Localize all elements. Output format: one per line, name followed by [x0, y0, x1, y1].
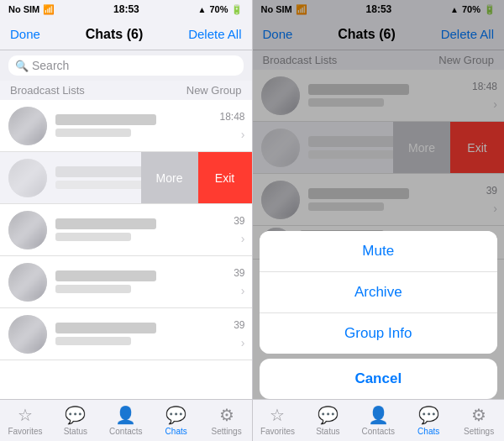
settings-label-left: Settings	[212, 427, 242, 436]
contacts-icon-left: 👤	[115, 405, 136, 425]
chat-preview-2-left	[55, 181, 148, 189]
chats-icon-right: 💬	[418, 405, 439, 425]
tab-favorites-left[interactable]: ☆ Favorites	[0, 400, 50, 441]
chat-name-4-left	[55, 270, 156, 281]
chat-time-3-left: 39	[234, 215, 244, 227]
status-icon-left: 💬	[65, 405, 86, 425]
chat-row-3-left[interactable]: 39 ›	[0, 204, 252, 256]
nav-bar-left: Done Chats (6) Delete All	[0, 18, 252, 50]
chevron-4-left: ›	[241, 284, 245, 297]
chat-preview-5-left	[55, 337, 131, 345]
chat-name-1-left	[55, 114, 156, 125]
avatar-3-left	[8, 211, 47, 249]
action-sheet-inner: Mute Archive Group Info	[260, 231, 498, 354]
location-icon-left: ▲	[198, 5, 207, 14]
status-left: No SIM 📶	[8, 4, 55, 15]
chat-time-4-left: 39	[234, 267, 244, 279]
chat-row-1-left[interactable]: 18:48 ›	[0, 100, 252, 152]
tab-bar-right: ☆ Favorites 💬 Status 👤 Contacts 💬 Chats …	[253, 399, 505, 441]
group-info-action[interactable]: Group Info	[260, 313, 498, 354]
chat-time-5-left: 39	[234, 319, 244, 331]
chats-label-right: Chats	[417, 427, 439, 436]
tab-chats-left[interactable]: 💬 Chats	[151, 400, 202, 441]
favorites-label-right: Favorites	[260, 427, 295, 436]
chat-meta-5-left: 39 ›	[234, 319, 251, 349]
action-sheet: Mute Archive Group Info Cancel	[253, 231, 505, 399]
carrier-left: No SIM	[8, 4, 39, 14]
avatar-1-left	[8, 107, 47, 145]
chat-info-1-left	[55, 114, 219, 137]
chevron-1-left: ›	[241, 128, 245, 141]
swipe-actions-left: More Exit	[141, 152, 252, 203]
avatar-2-left	[8, 159, 47, 197]
chat-preview-4-left	[55, 285, 131, 293]
settings-icon-left: ⚙	[219, 405, 234, 425]
tab-status-right[interactable]: 💬 Status	[302, 400, 353, 441]
status-icon-right: 💬	[318, 405, 339, 425]
favorites-icon-left: ☆	[18, 405, 33, 425]
avatar-5-left	[8, 315, 47, 354]
battery-icon-left: 🔋	[231, 4, 243, 15]
tab-status-left[interactable]: 💬 Status	[50, 400, 101, 441]
chat-meta-1-left: 18:48 ›	[219, 111, 251, 141]
chevron-3-left: ›	[241, 232, 245, 245]
chevron-5-left: ›	[241, 336, 245, 349]
battery-left: 70%	[209, 4, 228, 14]
chat-time-1-left: 18:48	[219, 111, 244, 123]
tab-chats-right[interactable]: 💬 Chats	[403, 400, 454, 441]
tab-contacts-right[interactable]: 👤 Contacts	[353, 400, 403, 441]
exit-button-left[interactable]: Exit	[198, 152, 252, 203]
right-screen: No SIM 📶 18:53 ▲ 70% 🔋 Done Chats (6) De…	[253, 0, 505, 441]
chats-icon-left: 💬	[165, 405, 186, 425]
chat-list-left: 18:48 › 18:39 › More Exit	[0, 100, 252, 399]
tab-favorites-right[interactable]: ☆ Favorites	[253, 400, 303, 441]
chat-info-3-left	[55, 218, 234, 241]
status-label-left: Status	[64, 427, 87, 436]
chat-info-4-left	[55, 270, 234, 293]
chat-info-5-left	[55, 323, 234, 345]
archive-action[interactable]: Archive	[260, 272, 498, 313]
contacts-label-right: Contacts	[362, 427, 395, 436]
cancel-action[interactable]: Cancel	[260, 359, 498, 399]
status-bar-left: No SIM 📶 18:53 ▲ 70% 🔋	[0, 0, 252, 18]
settings-label-right: Settings	[464, 427, 494, 436]
avatar-4-left	[8, 263, 47, 302]
chat-preview-1-left	[55, 129, 131, 137]
tab-bar-left: ☆ Favorites 💬 Status 👤 Contacts 💬 Chats …	[0, 399, 252, 441]
done-button-left[interactable]: Done	[10, 27, 40, 41]
time-left: 18:53	[113, 3, 139, 15]
favorites-icon-right: ☆	[270, 405, 285, 425]
broadcast-lists-left: Broadcast Lists	[10, 84, 85, 97]
tab-settings-left[interactable]: ⚙ Settings	[202, 400, 252, 441]
chat-preview-3-left	[55, 233, 131, 241]
delete-all-button-left[interactable]: Delete All	[188, 27, 241, 41]
tab-contacts-left[interactable]: 👤 Contacts	[101, 400, 151, 441]
status-right-left: ▲ 70% 🔋	[198, 4, 244, 15]
section-header-left: Broadcast Lists New Group	[0, 81, 252, 100]
chat-row-2-left[interactable]: 18:39 › More Exit	[0, 152, 252, 204]
more-button-left[interactable]: More	[141, 152, 198, 203]
search-bar-left: 🔍 Search	[0, 50, 252, 81]
contacts-icon-right: 👤	[368, 405, 389, 425]
wifi-icon: 📶	[43, 4, 55, 15]
search-inner-left[interactable]: 🔍 Search	[8, 55, 244, 76]
contacts-label-left: Contacts	[109, 427, 142, 436]
chat-name-5-left	[55, 323, 156, 333]
settings-icon-right: ⚙	[471, 405, 486, 425]
chat-meta-3-left: 39 ›	[234, 215, 251, 245]
left-screen: No SIM 📶 18:53 ▲ 70% 🔋 Done Chats (6) De…	[0, 0, 252, 441]
nav-title-left: Chats (6)	[86, 27, 143, 42]
chat-row-5-left[interactable]: 39 ›	[0, 308, 252, 360]
chat-meta-4-left: 39 ›	[234, 267, 251, 297]
favorites-label-left: Favorites	[8, 427, 42, 436]
new-group-left[interactable]: New Group	[186, 84, 242, 97]
search-icon-left: 🔍	[15, 60, 29, 72]
search-placeholder-left: Search	[32, 59, 69, 72]
chat-row-4-left[interactable]: 39 ›	[0, 256, 252, 308]
chat-name-3-left	[55, 218, 156, 229]
tab-settings-right[interactable]: ⚙ Settings	[454, 400, 504, 441]
mute-action[interactable]: Mute	[260, 231, 498, 272]
status-label-right: Status	[316, 427, 339, 436]
chats-label-left: Chats	[165, 427, 187, 436]
